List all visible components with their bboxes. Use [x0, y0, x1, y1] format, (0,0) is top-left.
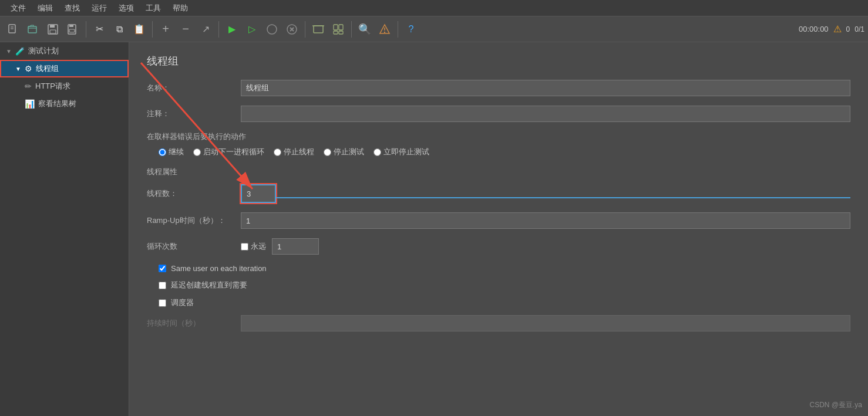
loop-forever-checkbox[interactable] [241, 243, 248, 251]
menu-run[interactable]: 运行 [86, 1, 113, 16]
duration-input[interactable] [241, 315, 850, 332]
thread-group-icon: ⚙ [25, 64, 32, 73]
svg-rect-9 [69, 29, 75, 32]
sidebar-item-thread-group[interactable]: ▼ ⚙ 线程组 [0, 60, 129, 77]
sidebar-item-test-plan[interactable]: ▼ 🧪 测试计划 [0, 42, 129, 60]
test-plan-label: 测试计划 [28, 46, 59, 56]
paste-button[interactable]: 📋 [130, 20, 149, 39]
stop-button[interactable] [263, 20, 281, 39]
timer-display: 00:00:00 [799, 25, 829, 33]
add-button[interactable]: + [156, 20, 175, 39]
svg-rect-6 [50, 30, 56, 33]
save-button[interactable] [43, 20, 62, 39]
content-area: 线程组 名称： 注释： 在取样器错误后要执行的动作 继续 启动下一进程循环 [129, 42, 868, 416]
test-plan-icon: 🧪 [15, 47, 25, 56]
clear-all-button[interactable] [329, 20, 348, 39]
radio-next-loop-input[interactable] [193, 148, 201, 156]
radio-stop-test-now-label: 立即停止测试 [383, 147, 429, 157]
radio-group: 继续 启动下一进程循环 停止线程 停止测试 立即停止测试 [147, 147, 850, 157]
remote-button[interactable] [375, 20, 394, 39]
search-button[interactable]: 🔍 [355, 20, 374, 39]
scheduler-label[interactable]: 调度器 [171, 297, 194, 308]
menubar: 文件 编辑 查找 运行 选项 工具 帮助 [0, 0, 868, 16]
error-count: 0 [846, 25, 850, 33]
comment-input[interactable] [241, 106, 850, 122]
sep5 [351, 21, 352, 38]
cut-button[interactable]: ✂ [90, 20, 109, 39]
name-label: 名称： [147, 83, 241, 93]
delay-create-checkbox[interactable] [159, 282, 166, 289]
svg-point-10 [267, 25, 277, 34]
same-user-label[interactable]: Same user on each iteration [171, 264, 267, 273]
http-request-icon: ✏ [25, 82, 32, 91]
menu-file[interactable]: 文件 [5, 1, 32, 16]
save-as-button[interactable] [63, 20, 82, 39]
duration-row: 持续时间（秒） [147, 315, 850, 332]
thread-props-title: 线程属性 [147, 167, 850, 177]
menu-edit[interactable]: 编辑 [32, 1, 59, 16]
loop-forever-label: 永远 [251, 241, 266, 252]
svg-rect-17 [339, 25, 343, 30]
menu-help[interactable]: 帮助 [167, 1, 194, 16]
sidebar-item-http-request[interactable]: ✏ HTTP请求 [0, 77, 129, 95]
radio-stop-test-label: 停止测试 [334, 147, 364, 157]
watermark: CSDN @蚕豆.ya [809, 400, 862, 410]
new-button[interactable] [4, 20, 22, 39]
arrow-icon: ▼ [6, 48, 12, 55]
sep3 [218, 21, 219, 38]
ramp-up-row: Ramp-Up时间（秒）： [147, 212, 850, 229]
same-user-row: Same user on each iteration [147, 264, 850, 273]
radio-stop-thread-input[interactable] [274, 148, 281, 156]
ramp-up-input[interactable] [241, 212, 850, 229]
loop-count-input[interactable] [272, 238, 319, 255]
sidebar-item-view-results[interactable]: 📊 察看结果树 [0, 95, 129, 113]
comment-row: 注释： [147, 106, 850, 122]
sep2 [152, 21, 153, 38]
clear-button[interactable] [309, 20, 328, 39]
svg-rect-14 [314, 26, 323, 33]
thread-count-input[interactable] [241, 184, 276, 203]
scheduler-checkbox[interactable] [159, 299, 166, 307]
svg-rect-16 [334, 25, 338, 30]
sidebar: ▼ 🧪 测试计划 ▼ ⚙ 线程组 ✏ HTTP请求 📊 察看结果树 [0, 42, 129, 416]
loop-row: 循环次数 永远 [147, 238, 850, 255]
view-results-label: 察看结果树 [38, 99, 76, 109]
expand-button[interactable]: ↗ [196, 20, 215, 39]
run-no-pause-button[interactable]: ▷ [243, 20, 261, 39]
same-user-checkbox[interactable] [159, 265, 166, 272]
radio-continue-label: 继续 [169, 147, 184, 157]
http-request-label: HTTP请求 [35, 81, 70, 92]
name-input[interactable] [241, 80, 850, 96]
radio-stop-test-input[interactable] [324, 148, 331, 156]
arrow-icon-tg: ▼ [15, 66, 21, 72]
menu-tools[interactable]: 工具 [140, 1, 167, 16]
page-title: 线程组 [147, 54, 850, 68]
total-count: 0/1 [854, 25, 864, 33]
menu-find[interactable]: 查找 [59, 1, 86, 16]
open-button[interactable] [23, 20, 42, 39]
run-button[interactable]: ▶ [223, 20, 241, 39]
radio-stop-test-now[interactable]: 立即停止测试 [374, 147, 429, 157]
thread-count-row: 线程数： [147, 184, 850, 203]
radio-stop-test[interactable]: 停止测试 [324, 147, 364, 157]
radio-stop-test-now-input[interactable] [374, 148, 381, 156]
remove-button[interactable]: − [176, 20, 195, 39]
sep6 [398, 21, 398, 38]
toolbar-right: 00:00:00 ⚠ 0 0/1 [799, 23, 864, 35]
thread-group-label: 线程组 [36, 63, 59, 74]
radio-continue[interactable]: 继续 [159, 147, 184, 157]
loop-forever-check-label[interactable]: 永远 [241, 241, 266, 252]
scheduler-row: 调度器 [147, 297, 850, 308]
radio-next-loop[interactable]: 启动下一进程循环 [193, 147, 264, 157]
radio-continue-input[interactable] [159, 148, 166, 156]
menu-options[interactable]: 选项 [113, 1, 140, 16]
shutdown-button[interactable] [282, 20, 301, 39]
delay-create-label[interactable]: 延迟创建线程直到需要 [171, 280, 247, 290]
action-section: 在取样器错误后要执行的动作 继续 启动下一进程循环 停止线程 停止测试 [147, 131, 850, 157]
radio-stop-thread[interactable]: 停止线程 [274, 147, 314, 157]
delay-create-row: 延迟创建线程直到需要 [147, 280, 850, 290]
duration-label: 持续时间（秒） [147, 318, 241, 329]
help-button[interactable]: ? [402, 20, 420, 39]
copy-button[interactable]: ⧉ [110, 20, 129, 39]
comment-label: 注释： [147, 109, 241, 119]
